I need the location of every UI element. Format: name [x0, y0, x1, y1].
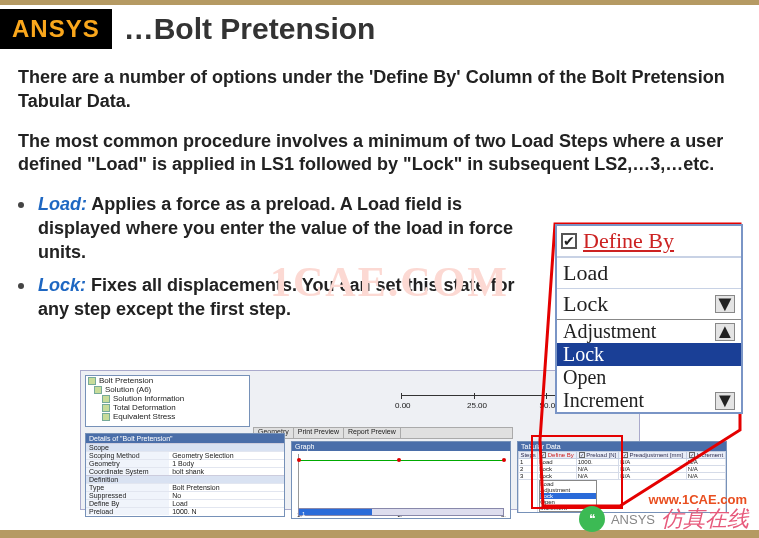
- footer-url: www.1CAE.com: [649, 490, 747, 508]
- details-row-coord[interactable]: Coordinate Systembolt shank: [86, 467, 284, 475]
- tabular-header: Tabular Data: [518, 442, 726, 451]
- bullet-text-load: Applies a force as a preload. A Load fie…: [38, 194, 513, 262]
- details-row[interactable]: Geometry1 Body: [86, 459, 284, 467]
- checkbox-icon[interactable]: ✓: [622, 452, 628, 458]
- details-header: Details of "Bolt Pretension": [86, 434, 284, 443]
- popup-header: ✔ Define By: [557, 226, 741, 257]
- graph-point: [297, 458, 301, 462]
- details-row[interactable]: TypeBolt Pretension: [86, 483, 284, 491]
- details-row[interactable]: Preload1000. N: [86, 507, 284, 515]
- details-row[interactable]: Scoping MethodGeometry Selection: [86, 451, 284, 459]
- bullet-text-lock: Fixes all displacements. You can set thi…: [38, 275, 515, 319]
- footer-ansys-label: ANSYS: [611, 512, 655, 527]
- footer-branding: ❝ ANSYS 仿真在线: [579, 504, 749, 534]
- bullet-term-lock: Lock:: [38, 275, 86, 295]
- paragraph-1: There are a number of options under the …: [18, 66, 741, 114]
- paragraph-2: The most common procedure involves a min…: [18, 130, 741, 178]
- tree-item[interactable]: Equivalent Stress: [86, 412, 249, 421]
- tree-item[interactable]: Bolt Pretension: [86, 376, 249, 385]
- checkbox-icon[interactable]: ✓: [689, 452, 695, 458]
- ansys-logo: ANSYS: [0, 9, 112, 49]
- tab-print-preview[interactable]: Print Preview: [294, 428, 344, 438]
- dropdown-icon[interactable]: ▼: [715, 295, 735, 313]
- graph-step-selector[interactable]: 1: [298, 508, 504, 516]
- slide-header: ANSYS …Bolt Pretension: [0, 5, 759, 53]
- tree-item[interactable]: Solution Information: [86, 394, 249, 403]
- bullet-term-load: Load:: [38, 194, 87, 214]
- slide-title: …Bolt Pretension: [124, 12, 376, 46]
- checkbox-icon[interactable]: ✔: [561, 233, 577, 249]
- load-icon: [88, 377, 96, 385]
- tree-item[interactable]: Total Deformation: [86, 403, 249, 412]
- define-by-popup: ✔ Define By Load Lock ▼ Adjustment▲ Lock…: [555, 224, 743, 414]
- view-tabstrip[interactable]: Geometry Print Preview Report Preview: [253, 427, 513, 439]
- outline-tree[interactable]: Bolt Pretension Solution (A6) Solution I…: [85, 375, 250, 427]
- graph-header: Graph: [292, 442, 510, 451]
- table-row[interactable]: 3LockN/AN/AN/A: [519, 473, 726, 480]
- contour-icon: [102, 404, 110, 412]
- details-row[interactable]: SuppressedNo: [86, 491, 284, 499]
- graph-plot: 1. 2. 3.: [298, 454, 504, 510]
- popup-option-lock[interactable]: Lock: [557, 343, 741, 366]
- bullet-dot-icon: [18, 202, 24, 208]
- info-icon: [102, 395, 110, 403]
- tree-item[interactable]: Solution (A6): [86, 385, 249, 394]
- popup-row-lock[interactable]: Lock ▼: [557, 288, 741, 319]
- contour-icon: [102, 413, 110, 421]
- details-cat-def: Definition: [86, 475, 284, 483]
- checkbox-icon[interactable]: ✓: [540, 452, 546, 458]
- bullet-dot-icon: [18, 283, 24, 289]
- details-panel: Details of "Bolt Pretension" Scope Scopi…: [85, 433, 285, 517]
- solution-icon: [94, 386, 102, 394]
- graph-panel: Graph 1. 2. 3. 1: [291, 441, 511, 519]
- wechat-icon: ❝: [579, 506, 605, 532]
- scroll-up-icon[interactable]: ▲: [715, 323, 735, 341]
- popup-row-load[interactable]: Load: [557, 257, 741, 288]
- details-row[interactable]: Define ByLoad: [86, 499, 284, 507]
- tab-report-preview[interactable]: Report Preview: [344, 428, 401, 438]
- popup-option-adjustment[interactable]: Adjustment▲: [557, 320, 741, 343]
- popup-option-increment[interactable]: Increment▼: [557, 389, 741, 412]
- table-row[interactable]: 1Load1000.N/AN/A: [519, 459, 726, 466]
- popup-option-open[interactable]: Open: [557, 366, 741, 389]
- graph-point: [502, 458, 506, 462]
- popup-header-label: Define By: [583, 228, 674, 254]
- footer-brand-cn: 仿真在线: [661, 504, 749, 534]
- scroll-down-icon[interactable]: ▼: [715, 392, 735, 410]
- table-row[interactable]: 2LockN/AN/AN/A: [519, 466, 726, 473]
- graph-point: [397, 458, 401, 462]
- details-cat-scope: Scope: [86, 443, 284, 451]
- graph-line: [299, 460, 504, 461]
- checkbox-icon[interactable]: ✓: [579, 452, 585, 458]
- popup-option-list: Adjustment▲ Lock Open Increment▼: [557, 319, 741, 412]
